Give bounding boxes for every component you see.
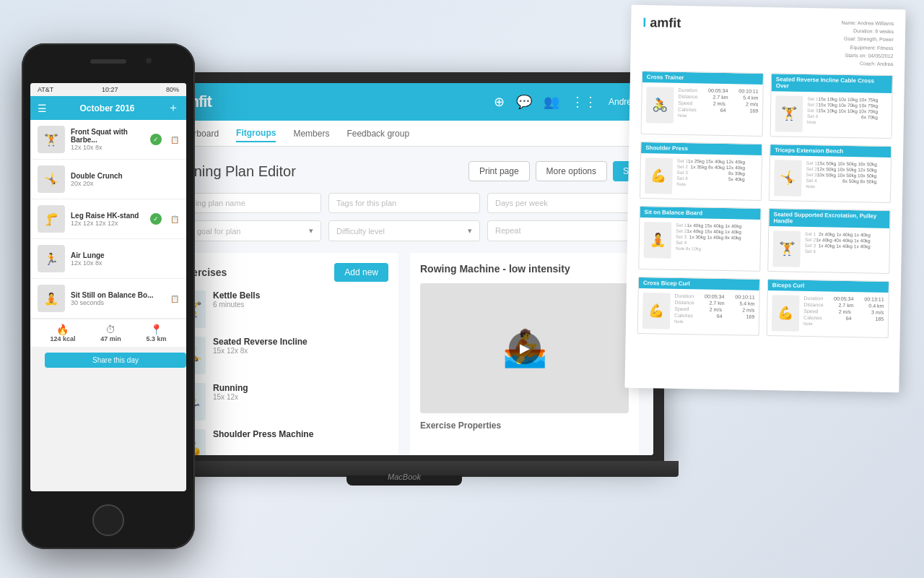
phone-stat-calories: 🔥 124 kcal	[50, 324, 75, 342]
app-subnav: Leaderboard Fitgroups Members Feedback g…	[155, 121, 653, 147]
phone: AT&T 10:27 80% ☰ October 2016 ＋ 🏋 Front …	[22, 43, 195, 549]
phone-stat-time: ⏱ 47 min	[100, 324, 121, 342]
exercise-name-4: Shoulder Press Machine	[213, 429, 313, 439]
phone-exercise-item-1: 🏋 Front Squat with Barbe... 12x 10x 8x ✓…	[30, 120, 186, 160]
exercise-name-1: Kettle Bells	[213, 290, 260, 301]
thumb-4: 🏃	[38, 245, 65, 272]
phone-exercise-sets-1: 12x 10x 8x	[71, 144, 144, 151]
form-row-2: Main goal for plan ▾ Difficulty level ▾ …	[170, 220, 639, 241]
phone-exercise-name-4: Air Lunge	[71, 251, 162, 259]
thumb-1: 🏋	[38, 126, 65, 153]
phone-exercise-sets-5: 30 seconds	[71, 299, 162, 306]
two-panel: Exercises Add new 🏋 Kettle Bells 6 minut…	[170, 253, 639, 455]
app-header: I amfit ⊕ 💬 👥 ⋮⋮ Andre...	[155, 83, 653, 121]
exercise-detail-3: 15x 12x	[213, 393, 248, 401]
exercise-name-3: Running	[213, 383, 248, 393]
phone-header: ☰ October 2016 ＋	[30, 96, 186, 120]
share-day-button[interactable]: Share this day	[45, 353, 186, 368]
phone-screen: AT&T 10:27 80% ☰ October 2016 ＋ 🏋 Front …	[30, 83, 186, 491]
phone-exercise-sets-3: 12x 12x 12x 12x	[71, 220, 144, 227]
video-panel-header: Rowing Machine - low intensity	[420, 263, 629, 275]
report-section-cross-trainer: Cross Trainer 🚴 Duration00:05:3400:10:11…	[641, 71, 764, 137]
play-button[interactable]: ▶	[509, 332, 541, 364]
note-icon-1: 📋	[170, 136, 179, 144]
note-icon-5: 📋	[170, 295, 179, 303]
report-section-triceps: Triceps Extension Bench 🤸 Set 115x 50kg …	[769, 144, 892, 203]
logo-am: am	[650, 15, 668, 30]
report-header: I amfit Name: Andrea Williams Duration: …	[642, 15, 894, 68]
phone-add-icon[interactable]: ＋	[167, 100, 179, 116]
phone-exercise-item-5: 🧘 Sit Still on Balance Bo... 30 seconds …	[30, 279, 186, 319]
phone-exercise-sets-2: 20x 20x	[71, 180, 162, 187]
phone-exercise-item-3: 🦵 Leg Raise HK-stand 12x 12x 12x 12x ✓ 📋	[30, 199, 186, 239]
exercises-panel: Exercises Add new 🏋 Kettle Bells 6 minut…	[170, 253, 398, 455]
report-section-cross-bicep: Cross Bicep Curl 💪 Duration00:05:3400:10…	[637, 277, 760, 336]
exercise-properties-title: Exercise Properties	[420, 420, 629, 431]
clock: 10:27	[102, 86, 118, 93]
days-input[interactable]: Days per week	[487, 193, 639, 213]
exercise-item-3: 🏃 Running 15x 12x	[180, 383, 388, 420]
carrier: AT&T	[38, 86, 53, 93]
video-panel: Rowing Machine - low intensity 🚣 ▶ Exerc…	[410, 253, 639, 455]
exercises-panel-header: Exercises Add new	[180, 263, 388, 282]
more-options-button[interactable]: More options	[536, 161, 607, 181]
subnav-members[interactable]: Members	[293, 126, 329, 142]
header-buttons: Print page More options S	[468, 161, 639, 181]
report-meta: Name: Andrea Williams Duration: 8 weeks …	[840, 19, 894, 68]
phone-exercise-name-1: Front Squat with Barbe...	[71, 128, 144, 144]
people-icon[interactable]: 👥	[544, 94, 559, 110]
thumb-5: 🧘	[38, 285, 65, 312]
video-container[interactable]: 🚣 ▶	[420, 283, 629, 413]
report-section-balance: Sit on Balance Board 🧘 Set 11x 40kg 15x …	[638, 206, 762, 272]
note-icon-3: 📋	[170, 215, 179, 223]
phone-exercise-item-4: 🏃 Air Lunge 12x 10x 8x	[30, 239, 186, 279]
subnav-fitgroups[interactable]: Fitgroups	[236, 125, 276, 142]
report-paper: I amfit Name: Andrea Williams Duration: …	[624, 5, 905, 393]
phone-camera	[146, 58, 152, 64]
report-section-shoulder-press: Shoulder Press 💪 Set 11x 25kg 15x 40kg 1…	[640, 142, 762, 201]
laptop-screen: I amfit ⊕ 💬 👥 ⋮⋮ Andre... Leaderboard Fi…	[155, 83, 653, 455]
report-grid: Cross Trainer 🚴 Duration00:05:3400:10:11…	[637, 71, 893, 338]
phone-exercise-name-3: Leg Raise HK-stand	[71, 212, 144, 220]
exercise-detail-2: 15x 12x 8x	[213, 347, 308, 355]
phone-exercise-list: 🏋 Front Squat with Barbe... 12x 10x 8x ✓…	[30, 120, 186, 319]
phone-status-bar: AT&T 10:27 80%	[30, 83, 186, 96]
phone-home-button[interactable]	[92, 504, 124, 536]
battery: 80%	[166, 86, 179, 93]
difficulty-select[interactable]: Difficulty level ▾	[328, 220, 480, 241]
phone-menu-icon[interactable]: ☰	[38, 103, 47, 114]
exercise-item-1: 🏋 Kettle Bells 6 minutes	[180, 290, 388, 328]
report-section-seated-reverse: Seated Reverse Incline Cable Cross Over …	[770, 73, 893, 139]
phone-stat-distance: 📍 5.3 km	[147, 324, 167, 342]
laptop-bezel: I amfit ⊕ 💬 👥 ⋮⋮ Andre... Leaderboard Fi…	[144, 72, 664, 462]
exercise-name-2: Seated Reverse Incline	[213, 337, 308, 347]
phone-exercise-name-5: Sit Still on Balance Bo...	[71, 291, 162, 299]
grid-icon[interactable]: ⋮⋮	[571, 94, 597, 110]
report-section-biceps-curl: Biceps Curl 💪 Duration00:05:3400:13:11 D…	[767, 279, 889, 338]
target-icon[interactable]: ⊕	[494, 94, 505, 110]
logo-i: I	[642, 15, 650, 30]
form-row-1: Training plan name Tags for this plan Da…	[170, 193, 639, 213]
phone-check-3: ✓	[150, 213, 162, 225]
subnav-feedback[interactable]: Feedback group	[346, 126, 409, 142]
content-header: Training Plan Editor Print page More opt…	[170, 161, 639, 181]
exercise-item-2: 🤸 Seated Reverse Incline 15x 12x 8x	[180, 337, 388, 374]
thumb-3: 🦵	[38, 205, 65, 233]
add-new-button[interactable]: Add new	[334, 263, 388, 282]
tags-input[interactable]: Tags for this plan	[328, 193, 480, 213]
print-button[interactable]: Print page	[468, 161, 530, 181]
laptop: I amfit ⊕ 💬 👥 ⋮⋮ Andre... Leaderboard Fi…	[144, 72, 664, 542]
phone-exercise-sets-4: 12x 10x 8x	[71, 259, 162, 267]
chat-icon[interactable]: 💬	[516, 94, 532, 110]
app-content: Training Plan Editor Print page More opt…	[155, 147, 653, 455]
thumb-2: 🤸	[38, 165, 65, 193]
phone-speaker	[90, 59, 126, 64]
report-section-seated-supported: Seated Supported Excrotation, Pulley Han…	[767, 208, 891, 274]
phone-stats-bar: 🔥 124 kcal ⏱ 47 min 📍 5.3 km	[30, 319, 186, 347]
repeat-input[interactable]: Repeat	[487, 220, 639, 241]
report-logo: I amfit	[642, 15, 681, 31]
video-title: Rowing Machine - low intensity	[420, 263, 570, 275]
phone-check-1: ✓	[150, 134, 162, 145]
app-nav-icons: ⊕ 💬 👥 ⋮⋮ Andre...	[494, 94, 639, 110]
exercise-detail-1: 6 minutes	[213, 301, 260, 309]
